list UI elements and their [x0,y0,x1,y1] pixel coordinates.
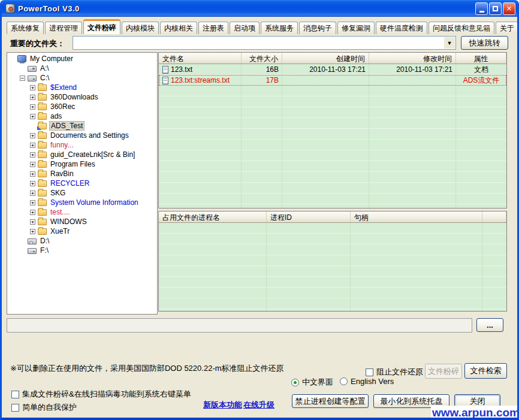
file-row[interactable]: 123.txt:streams.txt17BADS流文件 [159,75,506,86]
column-header[interactable]: 修改时间 [369,53,456,64]
checkbox-icon[interactable] [11,404,19,412]
tree-item[interactable]: +My Computer [7,54,157,64]
tree-item-label: ADS_Test [49,121,85,131]
tree-item[interactable]: +funny... [7,140,157,150]
expand-icon[interactable]: + [30,85,35,90]
tree-item[interactable]: +SKG [7,188,157,198]
tab-3[interactable]: 内核模块 [122,22,159,34]
checkbox-icon[interactable] [366,368,373,376]
tree-item[interactable]: +$Extend [7,83,157,92]
close-icon: ✕ [506,5,512,13]
tree-item-label: D:\ [39,237,50,245]
tree-item-label: System Volume Information [49,198,140,207]
tab-5[interactable]: 注册表 [198,22,228,34]
tree-item[interactable]: +RECYCLER [7,179,157,188]
radio-icon[interactable] [291,379,299,386]
maximize-button[interactable] [489,2,502,15]
tab-1[interactable]: 进程管理 [45,22,82,34]
block-process-config-button[interactable]: 禁止进程创建等配置 [292,394,369,408]
maximize-icon [493,6,498,11]
column-header[interactable]: 创建时间 [282,53,369,64]
selected-file-path-box[interactable] [7,318,472,333]
selected-file-path-input[interactable] [7,319,472,332]
column-divider [369,64,369,209]
computer-icon [17,55,26,62]
tree-item[interactable]: +ADS_Test [7,121,157,131]
column-header[interactable] [482,211,506,222]
column-header[interactable]: 进程ID [267,211,351,222]
collapse-icon[interactable]: − [20,75,25,81]
tab-6[interactable]: 启动项 [230,22,260,34]
browse-button[interactable]: ... [476,318,503,332]
tab-9[interactable]: 修复漏洞 [337,22,375,34]
new-version-features-link[interactable]: 新版本功能 [203,400,242,410]
expand-icon[interactable]: + [30,162,35,167]
tab-4[interactable]: 内核相关 [160,22,197,34]
integrate-context-menu-checkbox[interactable]: 集成文件粉碎&在线扫描病毒功能到系统右键菜单 [11,389,191,400]
tree-item[interactable]: +Documents and Settings [7,131,157,140]
tab-2[interactable]: 文件粉碎 [83,19,120,34]
tab-11[interactable]: 问题反馈和意见箱 [429,22,494,34]
tree-item[interactable]: +D:\ [7,236,157,246]
tree-item[interactable]: −C:\ [7,73,157,83]
tree-item-label: C:\ [39,74,50,82]
column-header[interactable]: 文件名 [159,53,242,64]
tree-item[interactable]: +A:\ [7,64,157,73]
tree-item[interactable]: +WINDOWS [7,217,157,226]
block-restore-checkbox[interactable]: 阻止文件还原 [366,367,423,377]
radio-icon[interactable] [340,377,348,385]
tree-item[interactable]: +XueTr [7,226,157,236]
tree-item[interactable]: +360Downloads [7,92,157,102]
tree-item[interactable]: +Program Files [7,159,157,169]
lang-english-radio[interactable]: English Vers [340,377,394,386]
expand-icon[interactable]: + [30,219,35,225]
chevron-down-icon[interactable]: ▼ [444,37,455,49]
expand-icon[interactable]: + [30,95,35,100]
minimize-button[interactable] [475,2,488,15]
file-cell: 123.txt [159,65,242,74]
tab-10[interactable]: 硬件温度检测 [376,22,427,34]
tree-item[interactable]: +360Rec [7,102,157,111]
file-row[interactable]: 123.txt16B2010-11-03 17:212010-11-03 17:… [159,64,506,75]
tree-item[interactable]: +RavBin [7,169,157,179]
folder-icon [38,190,47,197]
expand-icon[interactable]: + [30,104,35,110]
tab-7[interactable]: 系统服务 [261,22,298,34]
file-shred-button[interactable]: 文件粉碎 [425,364,462,379]
expand-icon[interactable]: + [30,152,35,158]
expand-icon[interactable]: + [30,114,35,119]
self-protect-checkbox[interactable]: 简单的自我保护 [11,402,77,413]
tree-item[interactable]: +System Volume Information [7,198,157,207]
online-upgrade-link[interactable]: 在线升级 [243,400,274,410]
tab-8[interactable]: 消息钩子 [299,22,336,34]
file-cell: 17B [242,76,282,84]
tree-item[interactable]: +test.... [7,207,157,217]
file-cell: 2010-11-03 17:21 [369,65,456,74]
column-header[interactable]: 文件大小 [242,53,282,64]
close-button[interactable]: ✕ [503,2,515,15]
expand-icon[interactable]: + [30,229,35,234]
tree-item[interactable]: +ads [7,111,157,121]
folder-combobox[interactable]: ▼ [73,36,456,50]
tree-item[interactable]: +F:\ [7,246,157,255]
expand-icon[interactable]: + [30,133,35,138]
expand-icon[interactable]: + [30,181,35,186]
expand-icon[interactable]: + [30,143,35,148]
expand-icon[interactable]: + [30,171,35,177]
expand-icon[interactable]: + [30,210,35,215]
tab-0[interactable]: 系统修复 [7,22,44,34]
expand-icon[interactable]: + [30,200,35,206]
tree-item[interactable]: +guid_CreateLnk[Src & Bin] [7,150,157,159]
file-search-button[interactable]: 文件检索 [464,363,507,379]
column-header[interactable]: 占用文件的进程名 [159,211,267,222]
column-header[interactable]: 句柄 [351,211,482,222]
checkbox-icon[interactable] [11,391,19,398]
expand-icon[interactable]: + [30,191,35,196]
tab-12[interactable]: 关于 [496,22,518,34]
lang-chinese-radio[interactable]: 中文界面 [291,377,333,388]
quick-jump-button[interactable]: 快速跳转 [461,36,508,50]
process-table: 占用文件的进程名进程ID句柄 [158,211,507,312]
column-header[interactable]: 属性 [456,53,506,64]
title-bar[interactable]: PowerTool V3.0 ✕ [0,0,519,17]
folder-combo-input[interactable] [74,38,440,48]
